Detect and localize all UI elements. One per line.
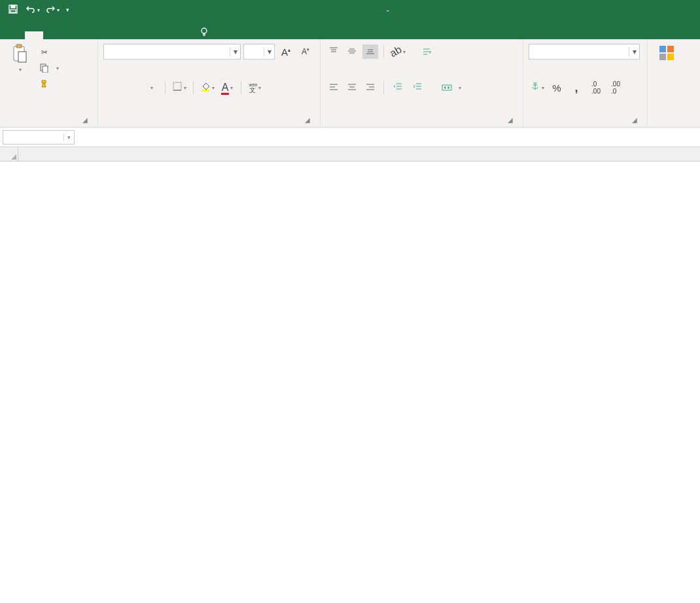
percent-button[interactable]: % xyxy=(548,79,565,96)
font-size-combo[interactable]: ▾ xyxy=(243,44,275,60)
italic-button[interactable] xyxy=(123,79,140,96)
group-alignment: ab▾ ▾ ◢ xyxy=(321,39,523,127)
customize-qat-button[interactable]: ▾ xyxy=(63,1,72,18)
copy-icon xyxy=(39,63,50,73)
cancel-button[interactable] xyxy=(80,130,94,145)
font-color-button[interactable]: A▾ xyxy=(219,79,236,96)
column-headers xyxy=(18,147,700,162)
grow-font-button[interactable]: A▴ xyxy=(277,43,294,60)
dec-decimal-icon: .00.0 xyxy=(611,80,620,95)
group-clipboard: ▾ ✂ ▾ ◢ xyxy=(0,39,98,127)
tab-features[interactable] xyxy=(171,31,190,39)
ribbon: ▾ ✂ ▾ ◢ ▾ ▾ A▴ A▾ ▾ ▾ ▾ A▾ wén文 xyxy=(0,39,700,128)
tab-data[interactable] xyxy=(98,31,116,39)
orientation-icon: ab xyxy=(388,44,404,60)
group-font: ▾ ▾ A▴ A▾ ▾ ▾ ▾ A▾ wén文▾ ◢ xyxy=(98,39,321,127)
dialog-launcher-icon[interactable]: ◢ xyxy=(630,115,639,124)
brush-icon xyxy=(39,78,50,89)
tab-insert[interactable] xyxy=(43,31,61,39)
copy-button[interactable]: ▾ xyxy=(37,60,61,76)
align-bottom-icon xyxy=(365,46,376,58)
paste-button[interactable]: ▾ xyxy=(5,42,34,114)
align-right-icon xyxy=(365,82,376,94)
tab-home[interactable] xyxy=(25,31,43,39)
tell-me-search[interactable] xyxy=(190,27,222,39)
save-button[interactable] xyxy=(4,1,22,18)
save-icon xyxy=(8,4,18,16)
conditional-format-button[interactable] xyxy=(653,42,682,67)
worksheet-grid[interactable] xyxy=(0,147,700,603)
insert-function-button[interactable] xyxy=(111,130,126,145)
align-center-button[interactable] xyxy=(344,80,360,95)
wrap-icon xyxy=(422,46,432,57)
comma-button[interactable]: , xyxy=(568,79,585,96)
bold-button[interactable] xyxy=(103,79,120,96)
chevron-down-icon: ▾ xyxy=(629,47,639,56)
svg-rect-12 xyxy=(659,46,666,52)
chevron-down-icon: ▾ xyxy=(184,85,186,91)
tab-review[interactable] xyxy=(116,31,135,39)
merge-center-button[interactable]: ▾ xyxy=(439,80,464,95)
chevron-down-icon: ▾ xyxy=(57,7,60,13)
redo-button[interactable]: ▾ xyxy=(43,1,61,18)
select-all-button[interactable] xyxy=(0,147,18,162)
tab-help[interactable] xyxy=(153,31,171,39)
dialog-launcher-icon[interactable]: ◢ xyxy=(303,115,312,124)
formula-bar: ▾ xyxy=(0,128,700,147)
dialog-launcher-icon[interactable]: ◢ xyxy=(80,115,90,124)
orientation-button[interactable]: ab▾ xyxy=(389,43,406,60)
tab-formulas[interactable] xyxy=(80,31,98,39)
increase-decimal-button[interactable]: .0.00 xyxy=(587,79,604,96)
decrease-indent-button[interactable] xyxy=(389,79,406,96)
paste-icon xyxy=(9,43,30,64)
chevron-down-icon: ▾ xyxy=(459,85,461,91)
format-painter-button[interactable] xyxy=(37,76,61,92)
group-styles xyxy=(648,39,700,127)
formula-input[interactable] xyxy=(131,130,697,145)
number-format-combo[interactable]: ▾ xyxy=(529,44,640,60)
underline-button[interactable]: ▾ xyxy=(143,79,160,96)
border-button[interactable]: ▾ xyxy=(171,79,188,96)
inc-decimal-icon: .0.00 xyxy=(591,80,601,95)
shrink-font-button[interactable]: A▾ xyxy=(297,43,314,60)
wrap-text-button[interactable] xyxy=(419,44,438,60)
tab-page-layout[interactable] xyxy=(61,31,80,39)
chevron-down-icon: ▾ xyxy=(230,47,240,56)
cond-format-icon xyxy=(657,43,678,64)
comma-icon: , xyxy=(574,81,578,95)
cells-area[interactable] xyxy=(18,162,700,603)
align-top-button[interactable] xyxy=(326,44,341,59)
align-bottom-button[interactable] xyxy=(362,44,378,59)
phonetic-button[interactable]: wén文▾ xyxy=(247,79,264,96)
fill-color-button[interactable]: ▾ xyxy=(199,79,216,96)
font-name-combo[interactable]: ▾ xyxy=(103,44,241,60)
title-bar: ▾ ▾ ▾ - xyxy=(0,0,700,20)
grow-font-icon: A▴ xyxy=(281,46,290,58)
chevron-down-icon: ▾ xyxy=(264,47,274,56)
tab-file[interactable] xyxy=(7,31,25,39)
formula-buttons xyxy=(75,130,131,145)
chevron-down-icon: ▾ xyxy=(63,134,74,141)
undo-button[interactable]: ▾ xyxy=(24,1,42,18)
decrease-decimal-button[interactable]: .00.0 xyxy=(607,79,624,96)
align-center-icon xyxy=(347,82,357,94)
name-box[interactable]: ▾ xyxy=(3,130,75,145)
confirm-button[interactable] xyxy=(96,130,110,145)
dialog-launcher-icon[interactable]: ◢ xyxy=(506,115,515,124)
align-middle-button[interactable] xyxy=(344,44,360,59)
align-left-button[interactable] xyxy=(326,80,341,95)
merge-icon xyxy=(442,82,452,93)
svg-rect-2 xyxy=(10,10,16,12)
percent-icon: % xyxy=(552,82,561,94)
lightbulb-icon xyxy=(199,27,209,39)
svg-rect-10 xyxy=(201,90,209,92)
svg-rect-15 xyxy=(667,54,674,60)
increase-indent-button[interactable] xyxy=(409,79,426,96)
align-right-button[interactable] xyxy=(362,80,378,95)
tab-view[interactable] xyxy=(135,31,153,39)
svg-rect-14 xyxy=(659,54,666,60)
currency-button[interactable]: ▾ xyxy=(529,79,546,96)
chevron-down-icon: ▾ xyxy=(56,65,59,71)
chevron-down-icon: ▾ xyxy=(258,85,261,91)
cut-button[interactable]: ✂ xyxy=(37,44,61,60)
